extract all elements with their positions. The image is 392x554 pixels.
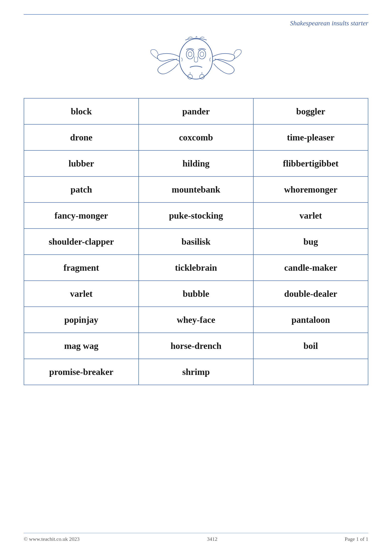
svg-point-2 — [198, 49, 206, 59]
footer-copyright: © www.teachit.co.uk 2023 — [24, 536, 80, 542]
table-cell: boil — [253, 333, 368, 359]
table-cell: puke-stocking — [139, 202, 253, 229]
mascot-area — [24, 34, 368, 86]
table-cell: bubble — [139, 281, 253, 307]
footer-number: 3412 — [207, 536, 217, 542]
table-row: promise-breakershrimp — [24, 359, 368, 385]
table-cell: mountebank — [139, 176, 253, 202]
table-cell: ticklebrain — [139, 255, 253, 281]
table-cell: whey-face — [139, 307, 253, 333]
table-row: fancy-mongerpuke-stockingvarlet — [24, 202, 368, 229]
table-row: lubberhildingflibbertigibbet — [24, 150, 368, 176]
table-cell: promise-breaker — [24, 359, 139, 385]
table-cell: boggler — [253, 98, 368, 124]
table-cell: basilisk — [139, 229, 253, 255]
footer: © www.teachit.co.uk 2023 3412 Page 1 of … — [24, 533, 368, 542]
table-cell: drone — [24, 124, 139, 150]
table-row: fragmentticklebraincandle-maker — [24, 255, 368, 281]
table-row: shoulder-clapperbasiliskbug — [24, 229, 368, 255]
table-cell: varlet — [24, 281, 139, 307]
table-cell: lubber — [24, 150, 139, 176]
table-cell: horse-drench — [139, 333, 253, 359]
mascot-illustration — [146, 35, 246, 85]
insults-table: blockpanderbogglerdronecoxcombtime-pleas… — [24, 98, 368, 385]
header-line — [24, 14, 368, 15]
table-cell: mag wag — [24, 333, 139, 359]
table-row: patchmountebankwhoremonger — [24, 176, 368, 202]
svg-point-3 — [188, 52, 192, 57]
table-cell: whoremonger — [253, 176, 368, 202]
table-cell: patch — [24, 176, 139, 202]
table-cell: varlet — [253, 202, 368, 229]
table-cell: flibbertigibbet — [253, 150, 368, 176]
table-cell: pantaloon — [253, 307, 368, 333]
table-cell: shoulder-clapper — [24, 229, 139, 255]
table-cell: block — [24, 98, 139, 124]
table-cell: candle-maker — [253, 255, 368, 281]
table-cell — [253, 359, 368, 385]
table-cell: bug — [253, 229, 368, 255]
table-row: varletbubbledouble-dealer — [24, 281, 368, 307]
svg-point-0 — [179, 39, 213, 79]
table-cell: hilding — [139, 150, 253, 176]
svg-point-1 — [186, 49, 194, 59]
table-row: dronecoxcombtime-pleaser — [24, 124, 368, 150]
table-row: mag waghorse-drenchboil — [24, 333, 368, 359]
svg-point-4 — [200, 52, 204, 57]
table-row: blockpanderboggler — [24, 98, 368, 124]
page-title: Shakespearean insults starter — [24, 19, 368, 27]
table-cell: fragment — [24, 255, 139, 281]
table-cell: time-pleaser — [253, 124, 368, 150]
table-cell: double-dealer — [253, 281, 368, 307]
table-row: popinjaywhey-facepantaloon — [24, 307, 368, 333]
footer-page: Page 1 of 1 — [345, 536, 368, 542]
page: Shakespearean insults starter — [0, 0, 392, 554]
table-cell: shrimp — [139, 359, 253, 385]
table-cell: coxcomb — [139, 124, 253, 150]
table-cell: pander — [139, 98, 253, 124]
table-cell: popinjay — [24, 307, 139, 333]
table-cell: fancy-monger — [24, 202, 139, 229]
